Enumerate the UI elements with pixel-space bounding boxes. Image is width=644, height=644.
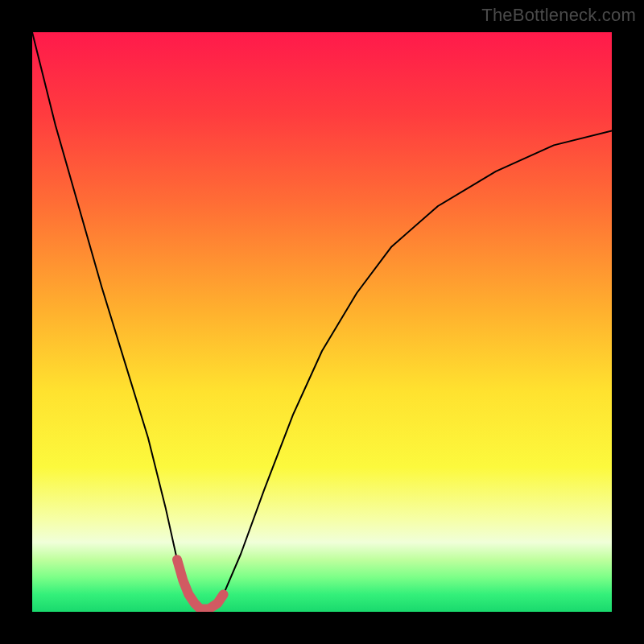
watermark-text: TheBottleneck.com [481, 5, 636, 26]
curve-main-path [32, 32, 612, 609]
plot-area [32, 32, 612, 612]
curve-highlight-path [177, 559, 224, 609]
bottleneck-curve [32, 32, 612, 612]
chart-frame: TheBottleneck.com [0, 0, 644, 644]
